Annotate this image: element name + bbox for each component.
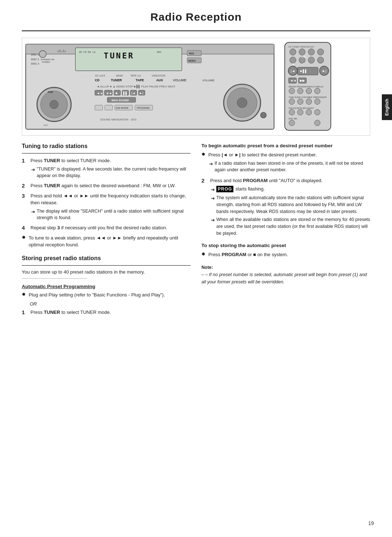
arrow-prog3-text: When all the available radio stations ar…: [216, 216, 370, 237]
step-3-content: Press and hold ◄◄ or ►► until the freque…: [30, 192, 191, 222]
svg-text:CD 1•2•3: CD 1•2•3: [95, 74, 105, 77]
note-text: Note: – – If no preset number is selecte…: [201, 264, 370, 286]
svg-text:TUNER: TUNER: [104, 51, 134, 60]
svg-point-97: [298, 110, 303, 115]
bullet-stop-content: Press PROGRAM or ■ on the system.: [208, 251, 370, 258]
arrow-select: ➔ If a radio station has been stored in …: [209, 160, 370, 174]
svg-text:+: +: [302, 62, 304, 65]
storing-step-1-content: Press TUNER to select TUNER mode.: [30, 309, 191, 316]
bullet-weak-content: To tune to a weak station, press ◄◄ or ►…: [29, 234, 191, 249]
svg-rect-46: [105, 105, 113, 110]
program-bold: PROGRAM: [243, 178, 268, 183]
svg-point-101: [289, 120, 295, 126]
svg-text:STANDBY·ON: STANDBY·ON: [41, 58, 54, 61]
bullet-plug-content: Plug and Play setting (refer to "Basic F…: [29, 291, 191, 299]
storing-step-1-number: 1: [22, 309, 28, 315]
svg-text:|◄: |◄: [131, 91, 135, 95]
svg-text:DISC 2: DISC 2: [31, 58, 39, 61]
stereo-image: DISC 1 DISC 2 DISC 3 STANDBY·ON POWER TU…: [22, 38, 370, 136]
step-2: 2 Press TUNER again to select the desire…: [22, 182, 191, 189]
note-content: – If no preset number is selected, autom…: [201, 272, 367, 284]
svg-text:TAPE: TAPE: [136, 78, 144, 82]
svg-text:TUNE  SLEEP  CUSTOMER TIMER/ON: TUNE SLEEP CUSTOMER TIMER/ON/OFF: [289, 96, 327, 98]
svg-point-65: [299, 49, 305, 55]
bullet-plug-play: ● Plug and Play setting (refer to "Basic…: [22, 291, 191, 299]
tuning-rule: [22, 153, 191, 153]
page-number: 19: [368, 520, 374, 526]
storing-step-1-bold: TUNER: [44, 310, 60, 315]
right-step-2-content: Press and hold PROGRAM until "AUTO" is d…: [210, 177, 370, 237]
svg-point-94: [315, 99, 320, 104]
svg-text:VOL: VOL: [301, 55, 306, 58]
step-3-number: 3: [22, 193, 28, 199]
storing-step-1: 1 Press TUNER to select TUNER mode.: [22, 309, 191, 316]
arrow-1: ➔: [31, 166, 35, 180]
svg-text:DSB: DSB: [48, 91, 53, 93]
tuning-heading: Tuning to radio stations: [22, 143, 191, 151]
arrow-select-text: If a radio station has been stored in on…: [215, 160, 370, 174]
step-4-number: 4: [22, 225, 28, 231]
stop-storing-section: To stop storing the automatic preset ● P…: [201, 243, 370, 258]
storing-rule: [22, 265, 191, 266]
step-4: 4 Repeat step 3 if necessary until you f…: [22, 224, 191, 231]
tuning-section: Tuning to radio stations 1 Press TUNER t…: [22, 143, 191, 249]
arrow-prog1-text: PROG starts flashing.: [216, 186, 265, 193]
svg-text:SOUND NAVIGATION · JOG: SOUND NAVIGATION · JOG: [100, 118, 136, 121]
svg-text:BAND: BAND: [116, 74, 123, 77]
bullet-select-content: Press |◄ or ►| to select the desired pre…: [208, 151, 370, 173]
svg-text:DISC 3: DISC 3: [31, 62, 39, 65]
svg-point-66: [308, 49, 315, 55]
svg-text:AM  FM  MW  LW: AM FM MW LW: [79, 51, 95, 54]
svg-rect-10: [61, 51, 62, 52]
step-1: 1 Press TUNER to select TUNER mode. ➔ "T…: [22, 157, 191, 179]
svg-point-59: [237, 98, 247, 107]
svg-text:DISC            MIC: DISC MIC: [289, 118, 297, 120]
auto-preset-from-heading: To begin automatic preset from a desired…: [201, 143, 370, 148]
svg-text:REPEAT PROGRAM REPLAY DISPLAY: REPEAT PROGRAM REPLAY DISPLAY: [289, 86, 323, 88]
svg-point-102: [315, 120, 320, 126]
step-2-content: Press TUNER again to select the desired …: [30, 182, 191, 189]
arrow-3: ➔: [31, 208, 35, 222]
svg-point-99: [315, 110, 320, 115]
svg-point-98: [306, 110, 312, 115]
arrow-r1: ➔: [209, 160, 213, 174]
step-1-arrow: ➔ "TUNER" is displayed. A few seconds la…: [31, 166, 191, 180]
step-1-number: 1: [22, 157, 28, 164]
svg-rect-8: [58, 50, 59, 52]
svg-point-54: [50, 100, 58, 108]
stop-storing-heading: To stop storing the automatic preset: [201, 243, 370, 248]
svg-text:VIDEO/CDR: VIDEO/CDR: [152, 74, 166, 77]
svg-text:CD: CD: [95, 78, 99, 82]
arrow-prog3: ➔ When all the available radio stations …: [211, 216, 370, 237]
note-label: Note:: [201, 265, 213, 270]
svg-text:VOLUME: VOLUME: [203, 79, 215, 82]
storing-section: Storing preset radio stations You can st…: [22, 255, 191, 316]
svg-point-64: [290, 49, 296, 55]
svg-text:TAPE 1•2: TAPE 1•2: [130, 74, 141, 77]
svg-text:|◄: |◄: [291, 69, 295, 73]
svg-text:DIM MODE: DIM MODE: [116, 107, 128, 109]
svg-text:■: ■: [115, 91, 117, 95]
svg-rect-45: [95, 105, 103, 110]
svg-text:RDS: RDS: [189, 52, 194, 55]
auto-preset-sub-heading: Automatic Preset Programming: [22, 284, 191, 289]
instructions-layout: Tuning to radio stations 1 Press TUNER t…: [22, 143, 370, 319]
svg-point-87: [298, 88, 303, 94]
storing-heading: Storing preset radio stations: [22, 255, 191, 263]
svg-text:▌▌: ▌▌: [123, 91, 128, 95]
svg-point-92: [298, 99, 303, 104]
title-divider: [22, 30, 370, 31]
arrow-prog1: ➔ PROG starts flashing.: [211, 186, 370, 193]
page-title: Radio Reception: [22, 11, 370, 23]
bullet-select-preset: ● Press |◄ or ►| to select the desired p…: [201, 151, 370, 173]
svg-text:MAX SOUND: MAX SOUND: [111, 99, 129, 102]
svg-point-93: [306, 99, 312, 104]
bullet-dot-stop: ●: [201, 250, 205, 257]
svg-text:DISC 1: DISC 1: [31, 53, 39, 56]
svg-point-89: [315, 88, 320, 94]
right-column: To begin automatic preset from a desired…: [201, 143, 370, 319]
right-step-2: 2 Press and hold PROGRAM until "AUTO" is…: [201, 177, 370, 237]
step-1-bold: TUNER: [44, 158, 60, 163]
svg-text:JOG: JOG: [44, 124, 48, 126]
svg-text:►|: ►|: [139, 91, 143, 95]
